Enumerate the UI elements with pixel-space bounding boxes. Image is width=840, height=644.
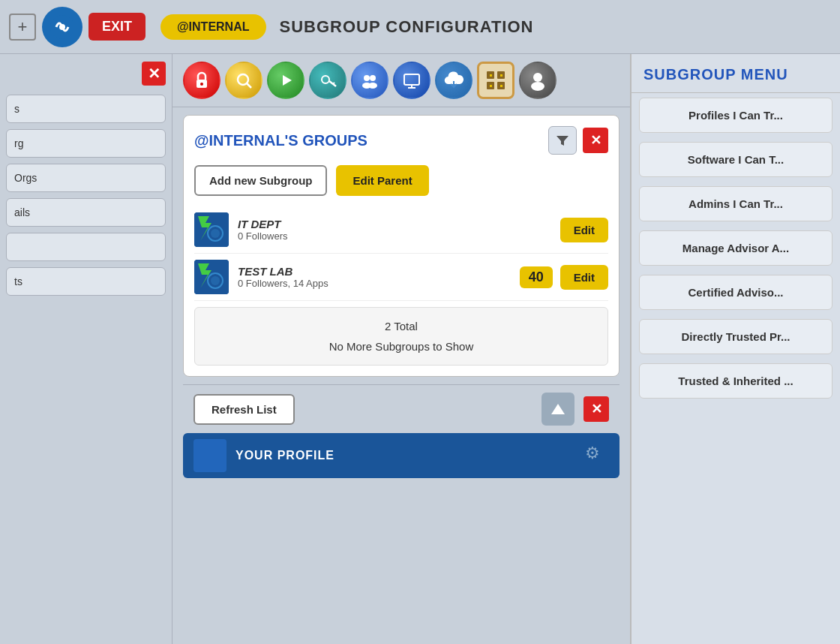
profile-row: YOUR PROFILE ⚙: [183, 433, 620, 478]
group-icon-test-lab: [194, 260, 229, 294]
svg-point-13: [368, 83, 377, 89]
sidebar-item-empty[interactable]: [6, 233, 166, 261]
edit-button-test-lab[interactable]: Edit: [560, 265, 608, 290]
filter-button[interactable]: [548, 126, 577, 155]
groups-header: @INTERNAL'S GROUPS ✕: [194, 126, 608, 155]
group-item-test-lab: TEST LAB 0 Followers, 14 Apps 40 Edit: [194, 254, 608, 301]
trusted-inherited-menu-item[interactable]: Trusted & Inherited ...: [639, 363, 832, 399]
play-icon[interactable]: [267, 62, 304, 99]
top-bar: + EXIT @INTERNAL SUBGROUP CONFIGURATION: [0, 0, 840, 54]
svg-marker-28: [556, 136, 568, 146]
groups-box: @INTERNAL'S GROUPS ✕ Add new Subgroup Ed…: [183, 115, 620, 377]
svg-point-11: [370, 75, 376, 81]
sidebar-item-ts[interactable]: ts: [6, 267, 166, 296]
svg-point-3: [200, 83, 203, 86]
close-groups-button[interactable]: ✕: [583, 128, 608, 153]
summary-box: 2 Total No More Subgroups to Show: [194, 307, 608, 366]
right-sidebar-title: SUBGROUP MENU: [632, 54, 840, 93]
svg-point-7: [322, 76, 329, 83]
summary-total: 2 Total: [207, 320, 596, 333]
person-icon[interactable]: [519, 62, 556, 99]
svg-line-5: [247, 83, 251, 88]
main-layout: ✕ s rg Orgs ails ts: [0, 54, 840, 644]
group-name-it-dept: IT DEPT: [238, 218, 560, 230]
group-icon[interactable]: [351, 62, 388, 99]
page-title: SUBGROUP CONFIGURATION: [280, 17, 534, 37]
group-name-test-lab: TEST LAB: [238, 265, 520, 278]
gear-icon[interactable]: ⚙: [585, 444, 609, 468]
directly-trusted-menu-item[interactable]: Directly Trusted Pr...: [639, 319, 832, 354]
refresh-list-button[interactable]: Refresh List: [194, 394, 295, 425]
groups-title: @INTERNAL'S GROUPS: [194, 132, 548, 149]
sidebar-item-s[interactable]: s: [6, 95, 166, 123]
profile-label: YOUR PROFILE: [236, 449, 334, 462]
software-menu-item[interactable]: Software I Can T...: [639, 142, 832, 177]
edit-parent-button[interactable]: Edit Parent: [336, 165, 428, 196]
right-sidebar: SUBGROUP MENU Profiles I Can Tr... Softw…: [630, 54, 840, 644]
svg-point-27: [531, 82, 544, 91]
center-panel: @INTERNAL'S GROUPS ✕ Add new Subgroup Ed…: [172, 54, 630, 644]
key-icon[interactable]: [309, 62, 346, 99]
group-badge-test-lab: 40: [520, 266, 553, 288]
add-tab-button[interactable]: +: [9, 14, 36, 41]
icon-toolbar: [172, 54, 630, 107]
svg-rect-25: [500, 85, 502, 87]
group-item-it-dept: IT DEPT 0 Followers Edit: [194, 206, 608, 254]
sidebar-item-rg[interactable]: rg: [6, 129, 166, 158]
edit-button-it-dept[interactable]: Edit: [560, 218, 608, 242]
search-icon[interactable]: [225, 62, 262, 99]
grid-active-icon[interactable]: [477, 62, 514, 99]
svg-rect-23: [500, 74, 502, 77]
group-followers-it-dept: 0 Followers: [238, 230, 560, 242]
monitor-icon[interactable]: [393, 62, 430, 99]
internal-badge[interactable]: @INTERNAL: [160, 14, 266, 40]
svg-point-1: [59, 24, 65, 30]
sidebar-item-ails[interactable]: ails: [6, 198, 166, 227]
cloud-icon[interactable]: [435, 62, 472, 99]
add-subgroup-button[interactable]: Add new Subgroup: [194, 165, 327, 196]
group-followers-test-lab: 0 Followers, 14 Apps: [238, 278, 520, 289]
profiles-menu-item[interactable]: Profiles I Can Tr...: [639, 98, 832, 133]
svg-point-26: [533, 73, 542, 82]
close-bottom-button[interactable]: ✕: [584, 396, 609, 422]
app-logo: [42, 7, 82, 47]
bottom-bar: Refresh List ✕: [183, 384, 620, 433]
svg-point-10: [364, 75, 370, 81]
svg-rect-14: [404, 74, 419, 85]
left-sidebar: ✕ s rg Orgs ails ts: [0, 54, 172, 644]
group-info-it-dept: IT DEPT 0 Followers: [238, 218, 560, 242]
svg-point-4: [238, 74, 248, 85]
close-sidebar-button[interactable]: ✕: [142, 62, 166, 86]
svg-marker-6: [283, 75, 292, 86]
lock-icon[interactable]: [183, 62, 220, 99]
action-row: Add new Subgroup Edit Parent: [194, 165, 608, 196]
svg-rect-22: [490, 74, 492, 77]
group-info-test-lab: TEST LAB 0 Followers, 14 Apps: [238, 265, 520, 289]
manage-advisor-menu-item[interactable]: Manage Advisor A...: [639, 230, 832, 266]
summary-no-more: No More Subgroups to Show: [207, 340, 596, 353]
sidebar-item-orgs[interactable]: Orgs: [6, 164, 166, 192]
scroll-up-button[interactable]: [542, 393, 574, 426]
svg-marker-33: [551, 404, 565, 414]
svg-rect-24: [490, 85, 492, 87]
profile-icon: [194, 439, 226, 472]
certified-advisor-menu-item[interactable]: Certified Adviso...: [639, 275, 832, 310]
admins-menu-item[interactable]: Admins I Can Tr...: [639, 186, 832, 221]
svg-line-9: [333, 83, 334, 84]
exit-button[interactable]: EXIT: [88, 13, 146, 41]
group-icon-it-dept: [194, 212, 229, 247]
